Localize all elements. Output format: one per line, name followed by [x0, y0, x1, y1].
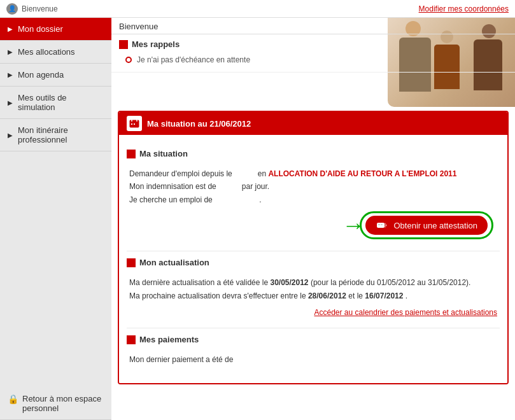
- content-area: Bienvenue Mes rappels Je n'ai pas d'éché…: [111, 18, 515, 420]
- actualisation-line-1: Ma dernière actualisation a été validée …: [129, 276, 497, 289]
- welcome-area: 👤 Bienvenue: [6, 3, 58, 15]
- situation-card: Ma situation au 21/06/2012 Ma situation …: [118, 111, 509, 384]
- usb-drive-icon: [376, 220, 388, 230]
- sidebar: ▶ Mon dossier ▶ Mes allocations ▶ Mon ag…: [0, 18, 111, 420]
- situation-line-1: Demandeur d'emploi depuis le en ALLOCATI…: [129, 167, 497, 180]
- actualisation-title: Mon actualisation: [139, 258, 209, 267]
- line3-prefix: Je cherche un emploi de: [129, 195, 213, 204]
- rappels-section: Mes rappels Je n'ai pas d'échéance en at…: [111, 34, 515, 73]
- card-body: Ma situation Demandeur d'emploi depuis l…: [119, 135, 507, 383]
- actu-date1: 30/05/2012: [270, 278, 308, 287]
- paiements-header: Mes paiements: [127, 335, 500, 344]
- card-header-icon: [127, 116, 142, 131]
- attestation-btn-label: Obtenir une attestation: [393, 221, 477, 230]
- mes-paiements-section: Mes paiements Mon dernier paiement a été…: [127, 328, 500, 375]
- arrow-icon-3: ▶: [8, 71, 13, 78]
- situation-line-2: Mon indemnisation est de par jour.: [129, 180, 497, 193]
- arrow-icon: ▶: [8, 25, 13, 32]
- actu-date3: 16/07/2012: [365, 291, 403, 300]
- actualisation-header: Mon actualisation: [127, 258, 500, 267]
- svg-rect-8: [384, 223, 386, 227]
- actualisation-line-2: Ma prochaine actualisation devra s'effec…: [129, 290, 497, 302]
- bullet-icon: [125, 57, 132, 63]
- mon-actualisation-section: Mon actualisation Ma dernière actualisat…: [127, 251, 500, 328]
- welcome-text: Bienvenue: [22, 4, 58, 13]
- lock-icon: 🔒: [8, 394, 18, 404]
- paiements-title: Mes paiements: [139, 335, 199, 344]
- card-header: Ma situation au 21/06/2012: [119, 112, 507, 135]
- actu-line2-mid: et le: [348, 291, 363, 300]
- modify-coordinates-link[interactable]: Modifier mes coordonnées: [419, 4, 509, 13]
- sidebar-item-mes-outils[interactable]: ▶ Mes outils de simulation: [0, 87, 111, 119]
- sidebar-item-retour-espace[interactable]: 🔒 Retour à mon espace personnel: [0, 388, 111, 420]
- sidebar-label-mon-dossier: Mon dossier: [18, 24, 63, 34]
- svg-rect-9: [378, 224, 380, 225]
- svg-rect-4: [131, 123, 132, 125]
- sidebar-label-mes-outils: Mes outils de simulation: [18, 93, 104, 112]
- line1-highlight: ALLOCATION D'AIDE AU RETOUR A L'EMPLOI 2…: [268, 169, 456, 178]
- paiements-line1: Mon dernier paiement a été de: [129, 355, 233, 364]
- actualisation-content: Ma dernière actualisation a été validée …: [127, 271, 500, 321]
- arrow-icon-4: ▶: [8, 99, 13, 106]
- main-layout: ▶ Mon dossier ▶ Mes allocations ▶ Mon ag…: [0, 18, 515, 420]
- attestation-btn-wrapper: Obtenir une attestation: [360, 211, 493, 239]
- rappels-title: Mes rappels: [132, 39, 180, 49]
- red-square-icon: [119, 40, 128, 49]
- svg-rect-1: [130, 120, 139, 123]
- red-square-2: [127, 150, 136, 158]
- calendar-link[interactable]: Accéder au calendrier des paiements et a…: [129, 306, 497, 319]
- ma-situation-content: Demandeur d'emploi depuis le en ALLOCATI…: [127, 162, 500, 209]
- red-square-3: [127, 258, 136, 267]
- actu-line1-text: Ma dernière actualisation a été validée …: [129, 278, 268, 287]
- usb-icon-svg: [376, 220, 388, 230]
- svg-rect-10: [381, 224, 383, 225]
- paiements-content: Mon dernier paiement a été de: [127, 348, 500, 368]
- arrow-icon-5: ▶: [8, 132, 13, 139]
- sidebar-label-mon-itineraire: Mon itinéraire professionnel: [18, 125, 104, 144]
- sidebar-item-mes-allocations[interactable]: ▶ Mes allocations: [0, 41, 111, 64]
- line1-connector: en: [258, 169, 266, 178]
- red-square-4: [127, 335, 136, 344]
- sidebar-item-mon-dossier[interactable]: ▶ Mon dossier: [0, 18, 111, 41]
- arrow-icon-2: ▶: [8, 48, 13, 55]
- user-icon: 👤: [6, 3, 18, 15]
- rappel-item: Je n'ai pas d'échéance en attente: [119, 53, 507, 67]
- rappel-text: Je n'ai pas d'échéance en attente: [137, 55, 250, 64]
- modify-link-area[interactable]: Modifier mes coordonnées: [419, 4, 509, 13]
- rappels-header: Mes rappels: [119, 39, 507, 49]
- welcome-bar-text: Bienvenue: [119, 22, 158, 31]
- line2-prefix: Mon indemnisation est de: [129, 182, 216, 191]
- actu-line1-mid: (pour la période du 01/05/2012 au 31/05/…: [311, 278, 471, 287]
- sidebar-label-mon-agenda: Mon agenda: [18, 70, 64, 80]
- sidebar-label-mes-allocations: Mes allocations: [18, 47, 75, 57]
- ma-situation-header: Ma situation: [127, 149, 500, 158]
- sidebar-item-mon-itineraire[interactable]: ▶ Mon itinéraire professionnel: [0, 119, 111, 151]
- ma-situation-section: Ma situation Demandeur d'emploi depuis l…: [127, 143, 500, 251]
- person-calendar-icon: [129, 118, 139, 129]
- sidebar-item-mon-agenda[interactable]: ▶ Mon agenda: [0, 64, 111, 87]
- sidebar-label-retour: Retour à mon espace personnel: [22, 394, 104, 413]
- line1-prefix: Demandeur d'emploi depuis le: [129, 169, 232, 178]
- actu-line2-text: Ma prochaine actualisation devra s'effec…: [129, 291, 306, 300]
- svg-rect-5: [134, 123, 135, 125]
- actu-date2: 28/06/2012: [308, 291, 346, 300]
- situation-line-3: Je cherche un emploi de .: [129, 193, 497, 206]
- ma-situation-title: Ma situation: [139, 149, 188, 158]
- card-header-text: Ma situation au 21/06/2012: [147, 119, 251, 129]
- obtenir-attestation-button[interactable]: Obtenir une attestation: [365, 216, 488, 235]
- attestation-row: →: [127, 209, 500, 244]
- line2-suffix: par jour.: [242, 182, 269, 191]
- top-bar: 👤 Bienvenue Modifier mes coordonnées: [0, 0, 515, 18]
- welcome-bar: Bienvenue: [111, 18, 515, 34]
